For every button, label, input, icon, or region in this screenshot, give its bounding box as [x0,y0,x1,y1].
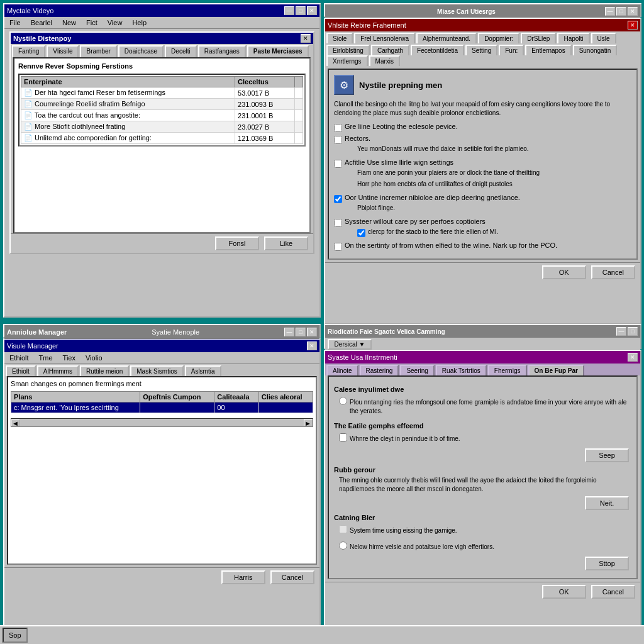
tab-sunong[interactable]: Sunongatin [573,45,618,55]
menu-file[interactable]: File [7,18,23,27]
section1-title: Calese inyulimet dwe [334,386,631,393]
fonsl-btn[interactable]: Fonsl [215,236,259,250]
checkbox-4[interactable] [334,219,342,227]
menu-ethiolt[interactable]: Ethiolt [7,353,31,362]
table-row[interactable]: 📄 Toa the cardcut out fnas angostite:231… [21,110,303,121]
subtitle-label: Rennve Rever Sopsming Ferstions [18,62,306,70]
tab-rastering[interactable]: Rastering [360,365,399,375]
checkbox-0[interactable] [334,124,342,132]
dersical-dropdown[interactable]: Dersical ▼ [328,339,372,350]
neit-btn[interactable]: Neit. [585,496,629,510]
botright-max-btn[interactable]: □ [628,327,638,336]
sub-checkbox-4[interactable] [357,229,365,237]
botleft-min-btn[interactable]: — [284,328,294,336]
check-sub-1: Yeu monDonats will rruve thd daice in se… [357,145,529,153]
tab-fhermigs[interactable]: Fhermigs [488,365,527,375]
tab-alpherm[interactable]: Alphermunteand. [416,33,477,43]
cell-check [294,99,303,110]
close-btn[interactable]: ✕ [307,6,317,15]
tab-usle[interactable]: Usle [591,33,616,43]
like-btn[interactable]: Like [264,236,308,250]
tab-setting[interactable]: Setting [465,45,497,55]
tab-rastfangaes[interactable]: Rastfangaes [198,45,246,57]
tab-fun[interactable]: Fun: [499,45,524,55]
cell-check [294,110,303,121]
checkbox-1[interactable] [334,136,342,144]
maximize-btn[interactable]: □ [296,6,306,15]
table-row[interactable]: 📄 Der hta hgeci famci Reser bm fetisermi… [21,87,303,99]
topright-close-btn[interactable]: ✕ [628,21,638,30]
menu-fict[interactable]: Fict [84,18,100,27]
tab-siole[interactable]: Siole [326,33,353,43]
botright-close-btn[interactable]: ✕ [628,353,638,362]
botleft-close-btn[interactable]: ✕ [307,328,317,336]
radio-s1[interactable] [339,397,347,405]
botleft-cancel-btn[interactable]: Cancel [270,570,314,584]
menu-new[interactable]: New [60,18,79,27]
radio-s4[interactable] [339,541,347,550]
scrollbar-h[interactable]: ◄ ► [11,418,313,427]
tab-hapolti[interactable]: Hapolti [557,33,589,43]
check-item-5: On the sertinty of from wthen elfied to … [334,242,631,251]
menu-violio[interactable]: Violio [83,353,105,362]
scroll-right-btn[interactable]: ► [304,419,313,426]
cancel-btn[interactable]: Cancel [591,265,635,279]
menu-bearlel[interactable]: Bearlel [28,18,55,27]
tab-eirlob[interactable]: Eirloblsting [326,45,370,55]
minimize-btn[interactable]: — [284,6,294,15]
botleft-inner-close-btn[interactable]: ✕ [307,341,317,350]
tab-marxis[interactable]: Marxis [369,55,400,66]
table-row[interactable]: c: Mnsgsr ent. 'You lpres secirtting 00 [11,402,313,413]
sttop-btn[interactable]: Sttop [585,557,629,570]
tab-fecetont[interactable]: Fecetontildetia [411,45,464,55]
checkbox-s4-1[interactable] [339,525,347,533]
botleft-max-btn[interactable]: □ [296,328,306,336]
checkbox-3[interactable] [334,195,342,203]
tab-doaichcase[interactable]: Doaichcase [118,45,164,57]
tab-decelti[interactable]: Decelti [165,45,197,57]
menu-tme[interactable]: Tme [36,353,55,362]
tab-xnrtl[interactable]: Xnrtlerngs [326,55,368,66]
tab-bramber[interactable]: Bramber [80,45,116,57]
tab-frel[interactable]: Frel Lensnolerwa [354,33,415,43]
tab-alhmms[interactable]: AlHmmms [37,365,79,376]
tab-fanting[interactable]: Fanting [12,45,45,57]
inner-close-btn[interactable]: ✕ [301,34,311,43]
table-row[interactable]: 📄 Coumrelinge Roeliid sfratim Befnigo231… [21,99,303,110]
table-row[interactable]: 📄 More Stiofit clothlyneel frating23.002… [21,121,303,133]
tab-ethiolt[interactable]: Ethiolt [6,365,36,376]
tab-vlissile[interactable]: Vlissile [47,45,79,57]
harris-btn[interactable]: Harris [221,570,265,584]
tab-entlernapos[interactable]: Entlernapos [525,45,571,55]
tab-seering[interactable]: Seering [400,365,434,375]
ok-btn[interactable]: OK [542,265,586,279]
botright-cancel-btn[interactable]: Cancel [591,585,635,599]
outer-min-btn[interactable]: — [605,7,615,16]
table-row[interactable]: 📄 Unlitemd abc comporedian for getting:1… [21,133,303,144]
checkbox-s2[interactable] [339,433,347,441]
tab-ruak[interactable]: Ruak Tsrtrtios [436,365,487,375]
menu-view[interactable]: View [105,18,125,27]
tab-mask[interactable]: Mask Sismtios [130,365,183,376]
taskbar-stop-btn[interactable]: Sop [3,628,28,643]
radio-section4: Nelow hirrre velsie and potaitsue lore v… [339,540,631,554]
checkbox-5[interactable] [334,243,342,251]
tab-paste-merciases[interactable]: Paste Merciases [247,45,309,57]
botright-ok-btn[interactable]: OK [542,585,586,599]
menu-help[interactable]: Help [130,18,149,27]
botright-min-btn[interactable]: — [616,327,626,336]
tab-carhgath[interactable]: Carhgath [371,45,409,55]
seep-btn[interactable]: Seep [585,448,629,462]
menu-tiex[interactable]: Tiex [60,353,78,362]
tab-aslsmtia[interactable]: Aslsmtia [185,365,221,376]
tab-alinote[interactable]: Alinote [326,365,358,375]
outer-close-btn[interactable]: ✕ [628,7,638,16]
tab-doppmier[interactable]: Doppmier: [478,33,519,43]
tab-drslep[interactable]: DrSLlep [521,33,556,43]
tab-on-be-fup-par[interactable]: On Be Fup Par [528,365,584,375]
tab-ruttile[interactable]: Ruttile meion [80,365,129,376]
section2-title: The Eatile gemphs effeemd [334,422,631,430]
checkbox-2[interactable] [334,160,342,168]
scroll-left-btn[interactable]: ◄ [11,419,20,426]
outer-max-btn[interactable]: □ [616,7,626,16]
